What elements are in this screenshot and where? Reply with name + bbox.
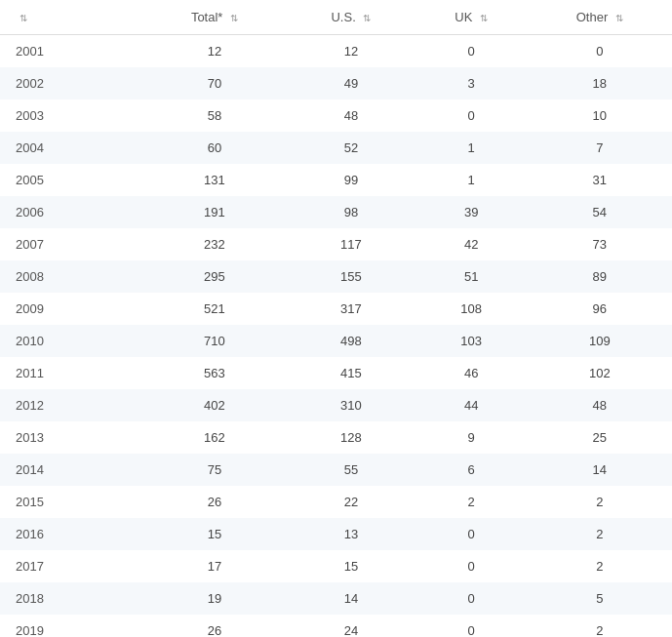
total-column-header[interactable]: Total* ⇅: [142, 0, 287, 35]
sort-icon-uk[interactable]: ⇅: [480, 13, 488, 23]
us-cell: 117: [287, 228, 415, 260]
uk-cell: 0: [415, 518, 528, 550]
uk-column-header[interactable]: UK ⇅: [415, 0, 528, 35]
year-cell: 2003: [0, 100, 142, 132]
total-cell: 131: [142, 164, 287, 196]
year-cell: 2013: [0, 421, 142, 454]
total-cell: 162: [142, 421, 287, 454]
us-cell: 48: [287, 100, 415, 132]
total-cell: 191: [142, 196, 287, 228]
us-cell: 99: [287, 164, 415, 196]
other-cell: 0: [528, 35, 672, 68]
year-cell: 2009: [0, 293, 142, 325]
us-cell: 98: [287, 196, 415, 228]
uk-cell: 42: [415, 228, 528, 260]
table-row: 2001121200: [0, 35, 672, 68]
us-cell: 415: [287, 357, 415, 389]
us-cell: 498: [287, 325, 415, 357]
sort-icon-year[interactable]: ⇅: [20, 13, 27, 23]
table-row: 2018191405: [0, 582, 672, 615]
us-column-header[interactable]: U.S. ⇅: [287, 0, 415, 35]
other-cell: 2: [528, 486, 672, 518]
other-cell: 10: [528, 100, 672, 132]
year-cell: 2014: [0, 454, 142, 486]
total-cell: 17: [142, 550, 287, 582]
sort-icon-other[interactable]: ⇅: [615, 13, 623, 23]
us-cell: 15: [287, 550, 415, 582]
other-cell: 73: [528, 228, 672, 260]
other-cell: 2: [528, 518, 672, 550]
uk-cell: 6: [415, 454, 528, 486]
table-row: 2013162128925: [0, 421, 672, 454]
other-cell: 18: [528, 67, 672, 100]
total-cell: 26: [142, 486, 287, 518]
us-cell: 12: [287, 35, 415, 68]
year-column-header[interactable]: ⇅: [0, 0, 142, 35]
table-header-row: ⇅ Total* ⇅ U.S. ⇅ UK ⇅ Other ⇅: [0, 0, 672, 35]
uk-cell: 44: [415, 389, 528, 421]
other-cell: 2: [528, 615, 672, 637]
table-row: 200513199131: [0, 164, 672, 196]
uk-cell: 0: [415, 615, 528, 637]
sort-icon-total[interactable]: ⇅: [230, 13, 238, 23]
year-cell: 2004: [0, 132, 142, 164]
other-column-header[interactable]: Other ⇅: [528, 0, 672, 35]
total-cell: 710: [142, 325, 287, 357]
total-cell: 26: [142, 615, 287, 637]
us-cell: 13: [287, 518, 415, 550]
other-cell: 109: [528, 325, 672, 357]
uk-cell: 1: [415, 132, 528, 164]
other-cell: 7: [528, 132, 672, 164]
table-row: 2017171502: [0, 550, 672, 582]
us-cell: 52: [287, 132, 415, 164]
total-cell: 75: [142, 454, 287, 486]
table-row: 2010710498103109: [0, 325, 672, 357]
uk-cell: 0: [415, 35, 528, 68]
other-cell: 25: [528, 421, 672, 454]
total-cell: 295: [142, 260, 287, 293]
table-row: 2004605217: [0, 132, 672, 164]
total-cell: 402: [142, 389, 287, 421]
total-cell: 19: [142, 582, 287, 615]
total-cell: 521: [142, 293, 287, 325]
year-cell: 2010: [0, 325, 142, 357]
year-cell: 2001: [0, 35, 142, 68]
table-row: 201156341546102: [0, 357, 672, 389]
year-cell: 2005: [0, 164, 142, 196]
other-cell: 96: [528, 293, 672, 325]
other-cell: 31: [528, 164, 672, 196]
uk-cell: 2: [415, 486, 528, 518]
year-cell: 2012: [0, 389, 142, 421]
total-cell: 563: [142, 357, 287, 389]
uk-cell: 0: [415, 582, 528, 615]
us-cell: 310: [287, 389, 415, 421]
year-cell: 2002: [0, 67, 142, 100]
other-cell: 5: [528, 582, 672, 615]
total-cell: 12: [142, 35, 287, 68]
year-cell: 2011: [0, 357, 142, 389]
table-row: 20147555614: [0, 454, 672, 486]
other-cell: 54: [528, 196, 672, 228]
sort-icon-us[interactable]: ⇅: [363, 13, 371, 23]
data-table: ⇅ Total* ⇅ U.S. ⇅ UK ⇅ Other ⇅: [0, 0, 672, 637]
total-cell: 60: [142, 132, 287, 164]
uk-cell: 51: [415, 260, 528, 293]
year-cell: 2017: [0, 550, 142, 582]
table-row: 200952131710896: [0, 293, 672, 325]
other-cell: 102: [528, 357, 672, 389]
table-row: 20035848010: [0, 100, 672, 132]
uk-cell: 0: [415, 550, 528, 582]
other-cell: 2: [528, 550, 672, 582]
table-row: 2019262402: [0, 615, 672, 637]
uk-cell: 0: [415, 100, 528, 132]
uk-cell: 3: [415, 67, 528, 100]
uk-cell: 39: [415, 196, 528, 228]
table-row: 20082951555189: [0, 260, 672, 293]
table-row: 20027049318: [0, 67, 672, 100]
total-cell: 58: [142, 100, 287, 132]
uk-cell: 46: [415, 357, 528, 389]
year-cell: 2006: [0, 196, 142, 228]
other-cell: 48: [528, 389, 672, 421]
us-cell: 317: [287, 293, 415, 325]
us-cell: 128: [287, 421, 415, 454]
